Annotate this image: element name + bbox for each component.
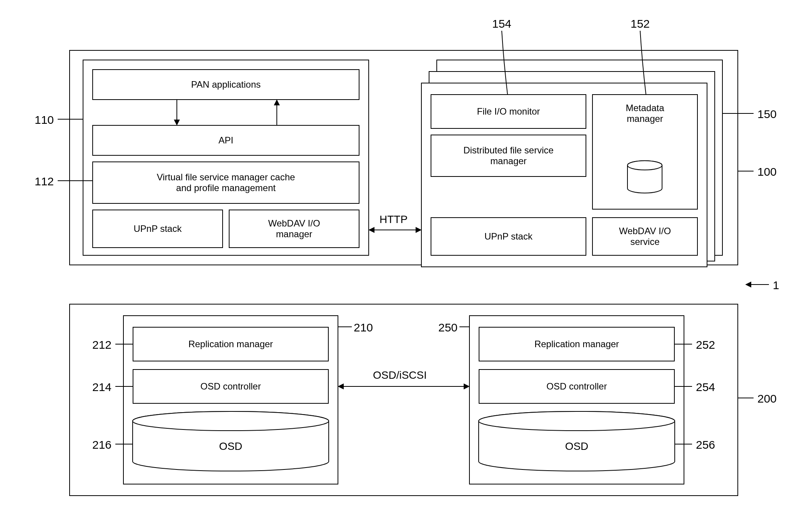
ref-254: 254 <box>696 381 715 394</box>
ref-256: 256 <box>696 438 715 451</box>
ref-112: 112 <box>35 175 54 188</box>
ref-214: 214 <box>92 381 111 394</box>
api-box: API <box>92 125 359 156</box>
ref-252: 252 <box>696 338 715 351</box>
replication-manager-left: Replication manager <box>133 327 329 361</box>
upnp-stack-left: UPnP stack <box>92 210 223 248</box>
http-label: HTTP <box>379 213 408 226</box>
ref-200: 200 <box>757 392 777 405</box>
webdav-service: WebDAV I/O service <box>592 217 698 256</box>
ref-212: 212 <box>92 338 111 351</box>
webdav-manager-label: WebDAV I/O manager <box>268 218 320 240</box>
osd-controller-left-label: OSD controller <box>200 381 261 392</box>
upnp-stack-right: UPnP stack <box>431 217 586 256</box>
replication-manager-right: Replication manager <box>479 327 675 361</box>
osd-controller-left: OSD controller <box>133 369 329 404</box>
pan-applications: PAN applications <box>92 69 359 100</box>
osd-controller-right: OSD controller <box>479 369 675 404</box>
vfs-cache-box: Virtual file service manager cache and p… <box>92 161 359 204</box>
osd-iscsi-label: OSD/iSCSI <box>373 369 427 381</box>
replication-manager-right-label: Replication manager <box>534 339 619 350</box>
vfs-cache-label: Virtual file service manager cache and p… <box>157 172 295 193</box>
metadata-manager-label: Metadata manager <box>626 103 664 124</box>
pan-applications-label: PAN applications <box>191 79 261 90</box>
dfs-manager: Distributed file service manager <box>431 135 586 177</box>
dfs-manager-label: Distributed file service manager <box>463 145 554 166</box>
upnp-stack-left-label: UPnP stack <box>134 223 182 234</box>
webdav-service-label: WebDAV I/O service <box>619 226 671 247</box>
replication-manager-left-label: Replication manager <box>188 339 273 350</box>
webdav-manager: WebDAV I/O manager <box>229 210 359 248</box>
ref-216: 216 <box>92 438 111 451</box>
ref-100: 100 <box>757 165 777 178</box>
ref-1: 1 <box>773 279 779 292</box>
api-label: API <box>218 135 233 146</box>
ref-110: 110 <box>35 113 54 127</box>
ref-150: 150 <box>757 108 777 121</box>
upnp-stack-right-label: UPnP stack <box>484 231 532 242</box>
ref-210: 210 <box>354 321 373 334</box>
ref-152: 152 <box>631 17 650 30</box>
ref-250: 250 <box>438 321 458 334</box>
osd-controller-right-label: OSD controller <box>546 381 607 392</box>
file-io-monitor-label: File I/O monitor <box>477 106 540 117</box>
metadata-manager: Metadata manager <box>592 94 698 210</box>
ref-154: 154 <box>492 17 511 30</box>
file-io-monitor: File I/O monitor <box>431 94 586 129</box>
